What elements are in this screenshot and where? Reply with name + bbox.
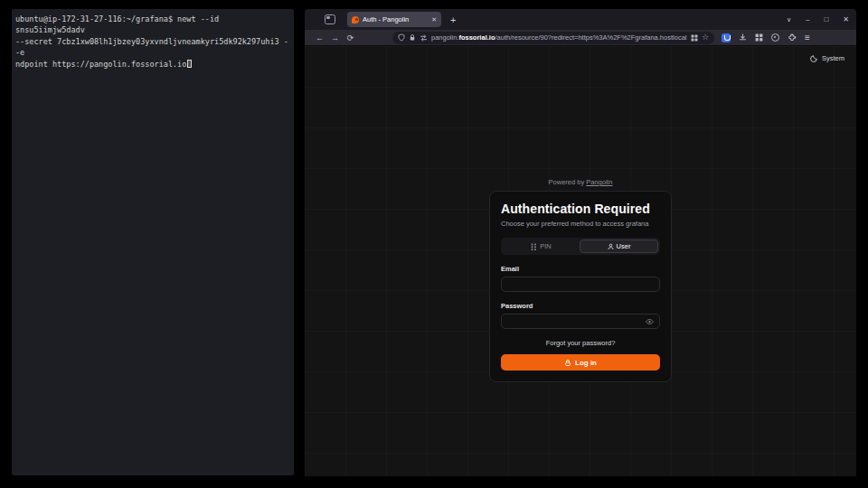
tab-list-chevron-icon[interactable]: ∨ [787,16,791,23]
pin-keypad-icon [531,243,537,250]
login-lock-icon [564,359,571,367]
minimize-button[interactable]: – [806,15,809,23]
auth-method-tabs: PIN User [501,238,660,255]
new-tab-button[interactable]: + [450,14,456,25]
blue-extension-icon[interactable] [722,33,731,42]
terminal-line-text: ndpoint https://pangolin.fossorial.io [15,60,186,69]
reload-button[interactable]: ⟳ [343,33,358,42]
terminal-window[interactable]: ubuntu@ip-172-31-27-116:~/grafana$ newt … [12,9,294,475]
toolbar-extensions: ≡ [722,33,810,42]
password-field-wrap [501,314,660,329]
pangolin-favicon-icon [352,16,359,23]
show-password-eye-icon[interactable] [646,318,654,324]
menu-hamburger-icon[interactable]: ≡ [805,33,810,42]
terminal-line: ubuntu@ip-172-31-27-116:~/grafana$ newt … [15,14,290,36]
login-button[interactable]: Log in [501,354,660,371]
forgot-password-link[interactable]: Forgot your password? [501,339,660,347]
terminal-cursor [187,60,192,68]
tab-close-icon[interactable]: ✕ [431,16,437,23]
maximize-button[interactable]: □ [824,15,828,23]
card-title: Authentication Required [501,202,660,216]
tab-user-label: User [617,242,631,250]
firefox-view-icon[interactable] [325,14,335,24]
login-button-label: Log in [575,359,597,367]
powered-by: Powered by Pangolin [305,178,856,186]
tab-user[interactable]: User [580,239,658,253]
bookmark-star-icon[interactable]: ☆ [702,33,709,42]
browser-toolbar: ← → ⟳ pangolin.fossorial.io/auth/resourc… [305,30,856,46]
window-controls: ∨ – □ ✕ [787,15,849,23]
password-label: Password [501,302,660,310]
email-input[interactable] [507,280,654,288]
url-bar[interactable]: pangolin.fossorial.io/auth/resource/90?r… [392,32,714,44]
terminal-line: --secret 7cbz1xw08lh1jbzey03yxvndljvneam… [15,36,290,59]
card-subtitle: Choose your preferred method to access g… [501,220,660,228]
downloads-icon[interactable] [739,33,747,42]
url-text: pangolin.fossorial.io/auth/resource/90?r… [431,33,687,42]
account-containers-icon[interactable] [755,33,763,42]
forward-button[interactable]: → [327,33,343,42]
lock-icon[interactable] [409,33,416,42]
pangolin-link[interactable]: Pangolin [586,178,612,186]
terminal-line: ndpoint https://pangolin.fossorial.io [15,59,290,70]
containers-grid-icon[interactable] [691,34,698,42]
shield-icon[interactable] [398,33,405,42]
theme-label: System [822,54,844,62]
moon-icon [810,54,818,62]
password-input[interactable] [507,317,654,325]
tab-title: Auth - Pangolin [363,15,428,23]
browser-tab[interactable]: Auth - Pangolin ✕ [347,12,441,27]
extensions-puzzle-icon[interactable] [788,33,797,42]
email-label: Email [501,265,660,273]
powered-by-text: Powered by [549,178,585,186]
tab-pin-label: PIN [540,242,552,250]
url-subdomain: pangolin. [431,33,458,42]
back-button[interactable]: ← [312,33,327,42]
tracker-circle-icon[interactable] [771,33,779,42]
tab-strip: Auth - Pangolin ✕ + ∨ – □ ✕ [305,9,856,30]
theme-toggle[interactable]: System [810,54,844,62]
tab-pin[interactable]: PIN [503,239,580,253]
url-path: /auth/resource/90?redirect=https%3A%2F%2… [495,33,686,42]
url-domain: fossorial.io [458,33,495,42]
site-info-arrows-icon[interactable] [420,34,428,42]
user-icon [608,243,614,250]
window-close-button[interactable]: ✕ [843,15,849,23]
auth-card: Authentication Required Choose your pref… [489,191,672,382]
email-field-wrap [501,277,660,292]
browser-window: Auth - Pangolin ✕ + ∨ – □ ✕ ← → ⟳ pangol… [305,9,856,476]
page-content: System Powered by Pangolin Authenticatio… [305,46,856,476]
